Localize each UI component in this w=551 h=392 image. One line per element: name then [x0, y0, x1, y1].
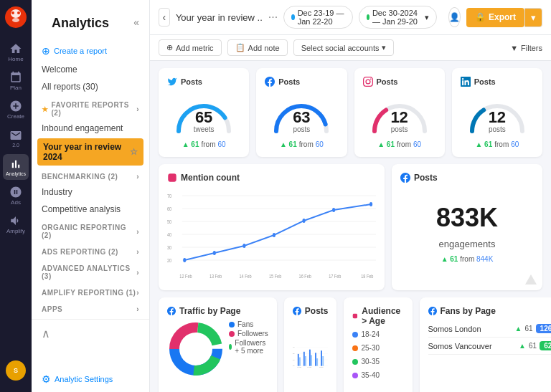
content-area: Posts 65 tweets ▲ 61 from 60	[150, 61, 551, 392]
add-metric-button[interactable]: ⊕ Add metric	[159, 39, 222, 56]
metric-label-twitter: Posts	[181, 77, 202, 86]
nav-section-favorites[interactable]: ★ FAVORITE REPORTS (2) ›	[32, 95, 149, 120]
date-range-1[interactable]: Dec 23-19 — Jan 22-20	[283, 6, 352, 29]
sidebar-item-analytics[interactable]: Analytics	[3, 154, 29, 180]
audience-legend: 18-24 25-30 30-35 35-40	[352, 330, 403, 381]
nav-title: Analytics	[42, 7, 119, 37]
sidebar-avatar[interactable]: S	[6, 360, 26, 381]
svg-point-34	[180, 333, 212, 365]
svg-rect-47	[309, 350, 311, 366]
export-button[interactable]: 🔒 Export	[466, 8, 524, 27]
traffic-title: Traffic by Page	[179, 306, 240, 316]
engagements-card: Posts 833K engagements ▲ 61 from 844K	[392, 164, 542, 290]
nav-active-report[interactable]: Your year in review 2024 ☆	[37, 138, 143, 166]
add-note-button[interactable]: 📋 Add note	[227, 39, 288, 56]
sidebar-item-inbox[interactable]: 2.0	[3, 125, 29, 151]
nav-section-organic[interactable]: ORGANIC REPORTING (2) ›	[32, 218, 149, 242]
svg-text:16 Feb: 16 Feb	[319, 366, 323, 368]
sidebar-item-home[interactable]: Home	[3, 39, 29, 65]
svg-rect-52	[322, 356, 324, 366]
svg-text:50: 50	[293, 353, 295, 354]
traffic-legend: Fans Followers Followers + 5 more	[229, 320, 268, 356]
metric-label-facebook: Posts	[278, 77, 300, 86]
nav-section-amplify[interactable]: AMPLIFY REPORTING (1) ›	[32, 283, 149, 300]
svg-text:30: 30	[167, 244, 171, 250]
fans-by-page-card: Fans by Page Somos London ▲ 61 126K Somo…	[420, 297, 552, 392]
fans-row-london: Somos London ▲ 61 126K	[428, 320, 552, 338]
nav-collapse-button[interactable]: «	[133, 16, 139, 28]
gauge-twitter: 65 tweets	[171, 95, 236, 135]
bottom-section: Traffic by Page Fans	[159, 297, 542, 392]
svg-rect-48	[311, 355, 312, 365]
svg-point-2	[11, 11, 14, 14]
svg-text:17 Feb: 17 Feb	[329, 273, 341, 279]
svg-point-3	[17, 11, 20, 14]
nav-competitive-analysis[interactable]: Competitive analysis	[32, 201, 149, 218]
export-dropdown-button[interactable]: ▾	[524, 8, 542, 27]
date-range-2[interactable]: Dec 30-2024 — Jan 29-20 ▾	[359, 6, 437, 29]
svg-text:16 Feb: 16 Feb	[299, 273, 311, 279]
nav-all-reports[interactable]: All reports (30)	[32, 78, 149, 95]
fans-title: Fans by Page	[441, 306, 496, 316]
svg-point-20	[273, 233, 276, 237]
svg-rect-51	[321, 350, 322, 365]
svg-rect-50	[316, 358, 318, 366]
metric-label-instagram: Posts	[377, 77, 398, 86]
sidebar-item-plan[interactable]: Plan	[3, 68, 29, 94]
metric-card-linkedin: Posts 12 posts ▲ 61 from 60	[452, 68, 542, 157]
engagements-value: 833K	[400, 203, 534, 233]
chart-section: Mention count 70 60 50	[159, 164, 542, 290]
sidebar-item-ads[interactable]: Ads	[3, 183, 29, 209]
svg-text:40: 40	[167, 231, 171, 237]
svg-text:70: 70	[167, 193, 171, 199]
nav-section-benchmarking[interactable]: BENCHMARKING (2) ›	[32, 167, 149, 183]
gauge-instagram: 12 posts	[367, 95, 432, 135]
gauge-facebook: 63 posts	[269, 95, 334, 135]
posts-bar-card: Posts 70 50 30 20	[284, 297, 337, 392]
actionbar: ⊕ Add metric 📋 Add note Select social ac…	[150, 35, 551, 61]
fans-list: Somos London ▲ 61 126K Somos Vancouver ▲…	[428, 320, 552, 355]
create-report-button[interactable]: ⊕ Create a report	[32, 41, 149, 61]
svg-rect-45	[303, 352, 305, 366]
svg-text:18 Feb: 18 Feb	[361, 273, 373, 279]
logo[interactable]	[4, 6, 27, 31]
nav-section-apps[interactable]: APPS ›	[32, 300, 149, 316]
filters-button[interactable]: ▼ Filters	[510, 44, 542, 52]
metric-card-twitter: Posts 65 tweets ▲ 61 from 60	[159, 68, 249, 157]
export-button-group[interactable]: 🔒 Export ▾	[466, 8, 542, 27]
sidebar-item-create[interactable]: Create	[3, 97, 29, 123]
topbar: ‹ Your year in review .. ··· Dec 23-19 —…	[150, 0, 551, 35]
nav-inbound-engagement[interactable]: Inbound engagement	[32, 120, 149, 137]
svg-text:50: 50	[167, 219, 171, 224]
svg-rect-43	[298, 354, 299, 366]
nav-industry[interactable]: Industry	[32, 183, 149, 201]
more-options-button[interactable]: ···	[268, 11, 278, 24]
sidebar-item-amplify[interactable]: Amplify	[3, 211, 29, 237]
mention-count-title: Mention count	[181, 173, 240, 183]
posts-bar-chart: 70 50 30 20	[293, 320, 329, 392]
svg-point-23	[369, 202, 372, 206]
svg-text:20: 20	[293, 365, 295, 366]
fans-row-vancouver: Somos Vancouver ▲ 61 62K	[428, 338, 552, 355]
nav-scroll-up[interactable]: ∧	[32, 322, 149, 345]
nav-section-ads[interactable]: ADS REPORTING (2) ›	[32, 242, 149, 259]
svg-text:12 Feb: 12 Feb	[297, 366, 301, 368]
svg-point-21	[302, 219, 305, 223]
nav-panel: Analytics « ⊕ Create a report Welcome Al…	[32, 0, 150, 392]
main-content: ‹ Your year in review .. ··· Dec 23-19 —…	[150, 0, 551, 392]
select-accounts-button[interactable]: Select social accounts ▾	[293, 39, 395, 56]
back-button[interactable]: ‹	[159, 8, 170, 27]
nav-welcome[interactable]: Welcome	[32, 61, 149, 78]
posts-bar-title: Posts	[305, 306, 329, 316]
metric-cards: Posts 65 tweets ▲ 61 from 60	[159, 68, 542, 157]
svg-point-18	[213, 251, 216, 255]
traffic-by-page-card: Traffic by Page Fans	[159, 297, 277, 392]
user-avatar-button[interactable]: 👤	[448, 7, 461, 27]
metric-label-linkedin: Posts	[474, 77, 496, 86]
svg-point-17	[183, 258, 186, 262]
audience-title: Audience > Age	[362, 306, 403, 326]
nav-analytic-settings[interactable]: ⚙ Analytic Settings	[32, 366, 149, 392]
sidebar: Home Plan Create 2.0 Analytics Ads Ampli…	[0, 0, 32, 392]
nav-section-advanced[interactable]: ADVANCED ANALYTICS (3) ›	[32, 259, 149, 283]
svg-rect-49	[315, 353, 316, 365]
